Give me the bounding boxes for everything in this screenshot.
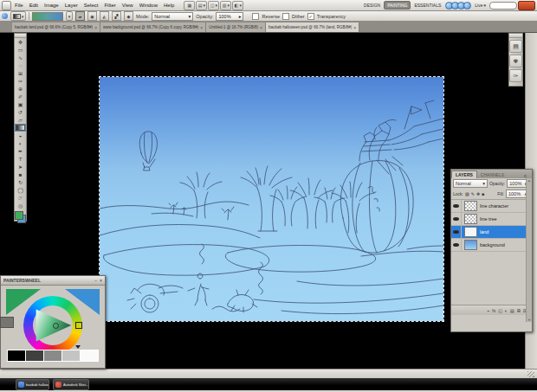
docked-panel-tab[interactable] — [0, 317, 14, 328]
value-swatch[interactable] — [62, 350, 80, 361]
gradient-preview[interactable] — [32, 12, 63, 21]
linear-gradient-button[interactable]: ▰ — [75, 11, 85, 21]
app-window-icon[interactable] — [2, 1, 11, 10]
tool-3d-orbit[interactable]: ◯ — [15, 186, 26, 194]
tool-shape[interactable]: ■ — [15, 170, 26, 178]
layer-row-line-tree[interactable]: line tree — [451, 213, 532, 226]
foreground-color-swatch[interactable] — [15, 211, 23, 220]
menu-view[interactable]: View — [120, 2, 136, 9]
menu-window[interactable]: Window — [137, 2, 160, 9]
tool-eyedropper[interactable]: ✑ — [15, 77, 26, 85]
visibility-toggle[interactable] — [451, 200, 462, 212]
document-tab[interactable]: baobab land.psd @ 66.6% (Copy 5, RGB/8#)… — [12, 22, 100, 32]
opacity-select[interactable]: 100%▸ — [216, 12, 243, 21]
layer-effects-icon[interactable]: fx — [492, 308, 495, 313]
tool-3d-rotate[interactable]: ↻ — [15, 178, 26, 186]
value-swatch[interactable] — [44, 350, 61, 361]
tool-preset-picker[interactable]: ▾ — [10, 11, 26, 21]
cs-live-icon[interactable] — [463, 2, 471, 10]
launch-bridge-button[interactable]: ▦ — [184, 1, 195, 10]
arrange-documents-button[interactable]: ▥▾ — [220, 1, 231, 10]
tool-type[interactable]: T — [15, 155, 26, 163]
diamond-gradient-button[interactable]: ◆ — [124, 11, 133, 21]
dither-checkbox[interactable] — [282, 13, 289, 20]
new-layer-icon[interactable]: ⊞ — [517, 308, 521, 313]
collapsed-panel-navigator-button[interactable]: ▤ — [509, 40, 522, 53]
lock-transparency-icon[interactable]: ▨ — [465, 191, 469, 196]
transparency-checkbox[interactable]: ✓ — [307, 13, 314, 20]
layer-thumbnail[interactable] — [464, 227, 477, 237]
document-tab-active[interactable]: baobab halloween.psd @ 66.7% (land, RGB/… — [266, 22, 359, 32]
layer-thumbnail[interactable] — [464, 240, 477, 250]
tab-layers[interactable]: LAYERS — [451, 170, 477, 178]
document-tab[interactable]: Untitled-1 @ 16.7% (RGB/8) × — [206, 22, 266, 32]
painters-wheel-titlebar[interactable]: PAINTERSWHEEL − × — [1, 276, 105, 286]
layer-mask-icon[interactable]: ◱ — [498, 308, 502, 313]
scroll-up-icon[interactable]: ▴ — [528, 178, 530, 183]
screen-mode-button[interactable]: ◧▾ — [232, 1, 243, 10]
document-tab[interactable]: www background.psd @ 66.7% (Copy 6 copy,… — [100, 22, 206, 32]
menu-layer[interactable]: Layer — [62, 2, 81, 9]
lock-all-icon[interactable]: ■ — [482, 191, 484, 196]
tool-zoom[interactable]: ◎ — [15, 202, 26, 209]
tool-crop[interactable]: ⊞ — [15, 69, 26, 77]
angle-gradient-button[interactable]: ◭ — [100, 11, 109, 21]
value-swatch-strip[interactable] — [7, 350, 99, 362]
close-icon[interactable]: × — [200, 25, 203, 30]
value-swatch[interactable] — [26, 350, 43, 361]
tool-path-selection[interactable]: ➤ — [15, 163, 26, 170]
tool-lasso[interactable]: ∿ — [15, 54, 26, 61]
tool-pen[interactable]: ✒ — [15, 147, 26, 155]
layer-thumbnail[interactable] — [464, 201, 477, 211]
close-icon[interactable]: × — [94, 25, 97, 30]
document-canvas[interactable] — [100, 77, 443, 321]
scroll-down-icon[interactable]: ▾ — [528, 318, 530, 322]
close-icon[interactable]: × — [100, 278, 102, 283]
tool-rectangular-marquee[interactable]: ▭ — [15, 46, 26, 54]
tool-eraser[interactable]: ▱ — [15, 116, 26, 124]
link-layers-icon[interactable]: ⌁ — [487, 308, 489, 313]
tool-history-brush[interactable]: ↺ — [15, 108, 26, 116]
view-extras-button[interactable]: ▤▾ — [196, 1, 207, 10]
tool-gradient-selected[interactable] — [15, 124, 26, 132]
close-icon[interactable]: × — [260, 25, 262, 30]
tab-channels[interactable]: CHANNELS — [477, 171, 508, 178]
visibility-toggle[interactable] — [451, 213, 462, 225]
panel-scrollbar[interactable]: ▴ ▾ — [526, 178, 532, 322]
collapsed-panel-brushes-button[interactable]: ✑ — [509, 69, 522, 82]
layer-row-background[interactable]: background — [451, 239, 532, 252]
layer-row-land-selected[interactable]: land — [451, 226, 532, 239]
tool-dodge[interactable]: ◐ — [15, 139, 26, 147]
tool-spot-healing-brush[interactable]: ⊕ — [15, 85, 26, 93]
reverse-checkbox[interactable] — [252, 13, 259, 20]
gradient-picker-caret[interactable]: ▾ — [66, 11, 73, 21]
workspace-essentials[interactable]: ESSENTIALS — [411, 2, 443, 9]
adjustment-layer-icon[interactable]: ◐ — [505, 308, 508, 313]
menu-image[interactable]: Image — [42, 2, 61, 9]
tool-quick-selection[interactable]: ◌ — [15, 61, 26, 69]
hue-marker[interactable] — [75, 322, 82, 329]
sv-marker[interactable] — [53, 323, 59, 329]
taskbar-item-autodesk[interactable]: Autodesk Sket... — [53, 379, 89, 390]
value-swatch[interactable] — [81, 350, 98, 361]
tool-move[interactable]: ✥ — [15, 38, 26, 46]
close-icon[interactable]: × — [353, 25, 356, 30]
menu-select[interactable]: Select — [81, 2, 101, 9]
tool-blur[interactable]: ◒ — [15, 132, 26, 139]
resize-grip[interactable] — [527, 371, 534, 377]
tool-hand[interactable]: ☞ — [15, 194, 26, 202]
layer-thumbnail[interactable] — [464, 214, 477, 224]
reflected-gradient-button[interactable]: ▞ — [112, 11, 121, 21]
value-swatch[interactable] — [8, 350, 25, 361]
menu-filter[interactable]: Filter — [101, 2, 118, 9]
dock-grip[interactable] — [509, 34, 522, 38]
tool-clone-stamp[interactable]: ▣ — [15, 100, 26, 108]
visibility-toggle[interactable] — [451, 226, 462, 238]
cs-live-button[interactable] — [518, 1, 535, 10]
tool-brush[interactable]: ✐ — [15, 93, 26, 100]
zoom-tools-button[interactable]: ◫▾ — [208, 1, 219, 10]
workspace-design[interactable]: DESIGN — [361, 2, 383, 9]
menu-file[interactable]: File — [12, 2, 26, 9]
menu-help[interactable]: Help — [161, 2, 177, 9]
cs-live-search-input[interactable] — [489, 2, 517, 10]
